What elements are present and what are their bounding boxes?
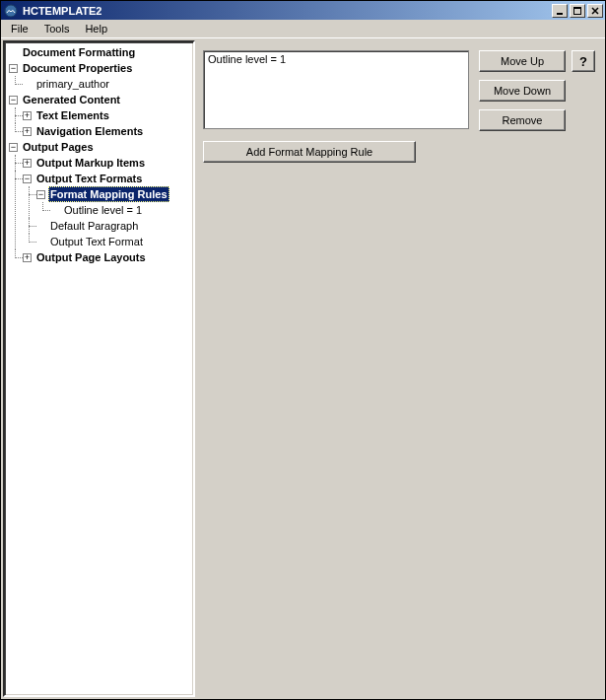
close-button[interactable] [587,4,603,18]
expand-icon[interactable]: + [23,127,32,136]
tree-node-format-mapping-rules[interactable]: − Format Mapping Rules [36,186,193,202]
tree-node-generated-content[interactable]: − Generated Content [9,92,193,107]
collapse-icon[interactable]: − [9,64,18,73]
tree-node-default-paragraph[interactable]: Default Paragraph [36,218,193,234]
collapse-icon[interactable]: − [9,143,18,152]
help-button[interactable]: ? [572,50,595,72]
window-title: HCTEMPLATE2 [23,5,550,17]
tree-node-outline-level-1[interactable]: Outline level = 1 [50,202,193,218]
menu-tools[interactable]: Tools [36,21,78,36]
maximize-button[interactable] [570,4,585,18]
tree-node-doc-properties[interactable]: − Document Properties [9,60,193,76]
tree-panel: Document Formatting − Document Propertie… [3,40,195,697]
content-panel: Outline level = 1 Move Up ? Move Down Re… [195,40,603,697]
tree-node-output-pages[interactable]: − Output Pages [9,139,193,155]
expand-icon[interactable]: + [23,253,32,262]
tree-node-output-markup[interactable]: + Output Markup Items [23,155,193,171]
collapse-icon[interactable]: − [36,190,45,199]
move-up-button[interactable]: Move Up [479,50,566,72]
tree-node-text-elements[interactable]: + Text Elements [23,107,193,123]
rules-listbox[interactable]: Outline level = 1 [203,50,469,129]
remove-button[interactable]: Remove [479,109,566,131]
svg-rect-3 [573,7,581,9]
expand-icon[interactable]: + [23,111,32,120]
expand-icon[interactable]: + [23,159,32,168]
tree-node-doc-formatting[interactable]: Document Formatting [9,44,193,60]
add-format-mapping-rule-button[interactable]: Add Format Mapping Rule [203,141,416,163]
app-icon [3,3,19,19]
menubar: File Tools Help [1,20,605,38]
tree-node-primary-author[interactable]: primary_author [23,76,193,92]
tree-node-output-text-formats[interactable]: − Output Text Formats [23,171,193,186]
collapse-icon[interactable]: − [23,175,32,183]
titlebar: HCTEMPLATE2 [1,1,605,20]
menu-help[interactable]: Help [77,21,115,36]
collapse-icon[interactable]: − [9,96,18,105]
svg-point-0 [5,5,17,17]
expander-none [9,48,18,57]
svg-rect-1 [557,13,563,15]
menu-file[interactable]: File [3,21,36,36]
move-down-button[interactable]: Move Down [479,80,566,102]
tree-node-output-text-format[interactable]: Output Text Format [36,234,193,249]
list-item[interactable]: Outline level = 1 [208,53,464,65]
tree-node-nav-elements[interactable]: + Navigation Elements [23,123,193,139]
tree-node-output-page-layouts[interactable]: + Output Page Layouts [23,249,193,265]
minimize-button[interactable] [552,4,568,18]
